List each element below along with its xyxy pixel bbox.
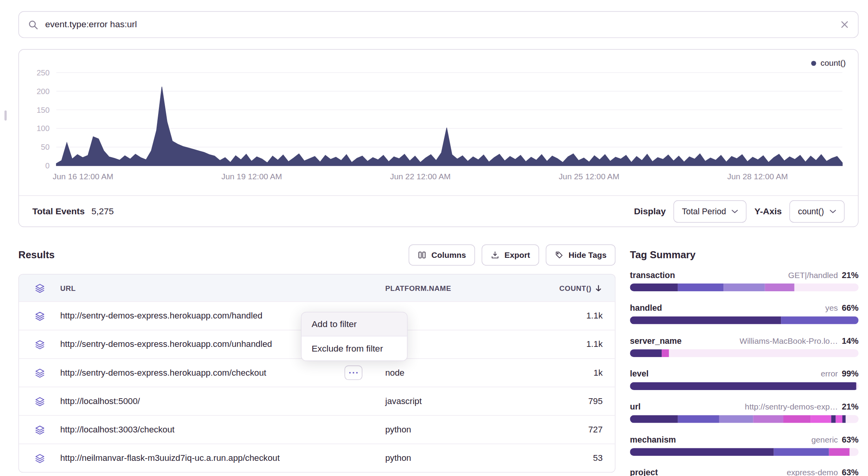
row-count: 727 [553,425,615,435]
column-header-platform[interactable]: PLATFORM.NAME [385,284,552,292]
tag-bar-segment [630,448,774,456]
svg-text:200: 200 [37,87,50,96]
tag-name: server_name [630,336,682,345]
hide-tags-button-label: Hide Tags [568,250,607,259]
svg-text:50: 50 [41,143,49,151]
tag-head: level error 99% [630,369,858,378]
row-stack-cell[interactable] [19,396,60,406]
row-actions-button[interactable] [345,366,363,380]
yaxis-select[interactable]: count() [790,200,845,222]
row-stack-cell[interactable] [19,310,60,321]
row-url[interactable]: http://localhost:5000/ [60,396,140,406]
tag-value[interactable]: http://sentry-demos-exp… [745,402,838,411]
search-bar [18,11,858,38]
context-menu: Add to filter Exclude from filter [301,312,408,361]
tag-bar[interactable] [630,382,858,390]
discover-page: count() 050100150200250Jun 16 12:00 AMJu… [0,0,868,476]
tag-bar[interactable] [630,415,858,423]
svg-text:Jun 25 12:00 AM: Jun 25 12:00 AM [559,172,619,181]
tag-bar-segment [630,415,678,423]
export-button-label: Export [504,250,530,259]
clear-search-button[interactable] [840,20,849,29]
total-events-label: Total Events [32,206,85,216]
tag-percent: 14% [842,336,859,345]
export-button[interactable]: Export [481,244,539,266]
row-stack-cell[interactable] [19,368,60,378]
tag-summary-item: mechanism generic 63% [630,435,858,456]
row-stack-cell[interactable] [19,339,60,350]
row-url[interactable]: http://localhost:3003/checkout [60,425,174,435]
tag-percent: 21% [842,402,859,411]
layers-icon [34,339,45,350]
row-url[interactable]: http://sentry-demos-express.herokuapp.co… [60,368,266,378]
tag-value[interactable]: Williams-MacBook-Pro.lo… [739,336,838,345]
layers-icon [34,453,45,463]
display-select[interactable]: Total Period [673,200,746,222]
results-table: URL PLATFORM.NAME COUNT() http://sentry-… [18,274,615,472]
row-platform: python [385,425,552,435]
tag-name: transaction [630,270,675,279]
hide-tags-button[interactable]: Hide Tags [546,244,615,266]
search-input[interactable] [45,19,833,30]
tag-value[interactable]: express-demo [787,468,838,476]
search-icon [28,19,38,30]
row-platform: python [385,453,552,463]
tag-summary-heading: Tag Summary [630,249,695,261]
tag-head: transaction GET|/handled 21% [630,270,858,279]
tag-summary-header: Tag Summary [630,243,858,267]
table-row[interactable]: http://localhost:5000/ javascript 795 [19,387,615,415]
layers-icon [34,424,45,435]
tag-bar-segment [836,415,843,423]
menu-item-add-to-filter[interactable]: Add to filter [302,312,407,336]
svg-text:250: 250 [37,68,50,77]
row-url[interactable]: http://sentry-demos-express.herokuapp.co… [60,311,262,321]
tag-percent: 63% [842,467,859,476]
row-stack-cell[interactable] [19,453,60,463]
chevron-down-icon [732,209,738,213]
row-stack-cell[interactable] [19,424,60,435]
display-label: Display [634,206,666,216]
row-url[interactable]: http://neilmanvar-flask-m3uuizd7iq-uc.a.… [60,453,280,463]
tag-bar[interactable] [630,317,858,324]
table-row[interactable]: http://neilmanvar-flask-m3uuizd7iq-uc.a.… [19,444,615,472]
svg-text:Jun 16 12:00 AM: Jun 16 12:00 AM [53,172,113,181]
tag-value[interactable]: GET|/handled [788,271,838,280]
chart-legend[interactable]: count() [811,59,845,68]
columns-button[interactable]: Columns [408,244,475,266]
yaxis-label: Y-Axis [755,206,782,216]
tag-bar-segment [810,415,831,423]
tag-bar-segment [781,317,859,324]
count-header-label: COUNT() [559,284,592,292]
table-row[interactable]: http://sentry-demos-express.herokuapp.co… [19,358,615,387]
tag-value[interactable]: generic [811,435,838,444]
column-header-url[interactable]: URL [60,284,385,292]
tag-name: mechanism [630,435,676,444]
tag-summary-item: url http://sentry-demos-exp… 21% [630,402,858,423]
chevron-down-icon [830,209,836,213]
menu-item-exclude-from-filter[interactable]: Exclude from filter [302,336,407,360]
sidebar-collapse-handle[interactable] [4,110,7,121]
legend-dot [811,61,816,66]
table-row[interactable]: http://localhost:3003/checkout python 72… [19,415,615,443]
tag-value-wrap: error 99% [821,369,859,378]
column-header-count[interactable]: COUNT() [553,284,615,292]
tag-head: handled yes 66% [630,303,858,312]
svg-text:Jun 28 12:00 AM: Jun 28 12:00 AM [727,172,788,181]
results-header: Results Columns Export Hide Tags [18,243,615,267]
tag-name: handled [630,303,662,312]
tag-percent: 99% [842,369,859,378]
tag-bar[interactable] [630,448,858,456]
row-url[interactable]: http://sentry-demos-express.herokuapp.co… [60,339,272,349]
tag-head: server_name Williams-MacBook-Pro.lo… 14% [630,336,858,345]
tag-bar[interactable] [630,284,858,291]
total-events-value: 5,275 [91,206,113,216]
tag-value[interactable]: error [821,369,838,378]
tag-bar-segment [842,415,846,423]
tag-value-wrap: GET|/handled 21% [788,270,858,279]
tag-bar[interactable] [630,349,858,357]
events-time-series-chart[interactable]: 050100150200250Jun 16 12:00 AMJun 19 12:… [19,50,858,196]
tag-value[interactable]: yes [825,304,838,313]
tag-value-wrap: Williams-MacBook-Pro.lo… 14% [739,336,858,345]
row-platform: node [385,368,552,378]
tag-bar-segment [630,382,856,390]
